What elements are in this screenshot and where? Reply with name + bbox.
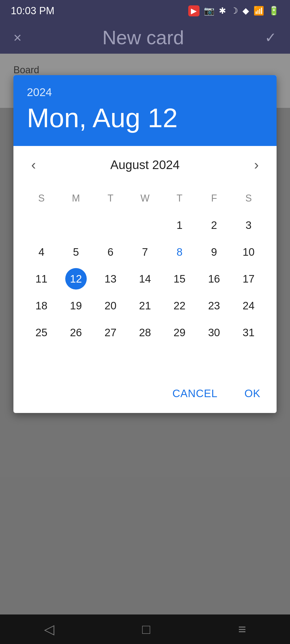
day-15[interactable]: 15 <box>169 268 190 290</box>
app-header: × New card ✓ <box>0 21 290 54</box>
day-8[interactable]: 8 <box>169 241 190 263</box>
signal-icon: ◆ <box>242 6 249 16</box>
day-2[interactable]: 2 <box>203 214 225 236</box>
day-4[interactable]: 4 <box>31 241 52 263</box>
day-27[interactable]: 27 <box>100 322 121 343</box>
day-19[interactable]: 19 <box>65 295 87 316</box>
day-16[interactable]: 16 <box>203 268 225 290</box>
day-13[interactable]: 13 <box>100 268 121 290</box>
day-21[interactable]: 21 <box>134 295 156 316</box>
dp-header: 2024 Mon, Aug 12 <box>13 75 277 146</box>
day-26[interactable]: 26 <box>65 322 87 343</box>
dp-actions: CANCEL OK <box>13 379 277 413</box>
day-6[interactable]: 6 <box>100 241 121 263</box>
prev-month-button[interactable]: ‹ <box>24 154 43 175</box>
day-header-mon: M <box>59 186 93 210</box>
day-28[interactable]: 28 <box>134 322 156 343</box>
moon-icon: ☽ <box>230 6 238 16</box>
camera-icon: 📷 <box>204 6 215 16</box>
day-29[interactable]: 29 <box>169 322 190 343</box>
day-23[interactable]: 23 <box>203 295 225 316</box>
dp-year: 2024 <box>27 86 263 99</box>
week-5: 25 26 27 28 29 30 31 <box>24 320 266 345</box>
week-2: 4 5 6 7 8 9 10 <box>24 240 266 264</box>
day-header-sun: S <box>24 186 59 210</box>
status-bar: 10:03 PM ▶ 📷 ✱ ☽ ◆ 📶 🔋 <box>0 0 290 21</box>
wifi-icon: 📶 <box>253 6 264 16</box>
day-7[interactable]: 7 <box>134 241 156 263</box>
day-10[interactable]: 10 <box>238 241 259 263</box>
date-picker-dialog: 2024 Mon, Aug 12 ‹ August 2024 › S M T <box>13 75 277 413</box>
day-1[interactable]: 1 <box>169 214 190 236</box>
battery-icon: 🔋 <box>269 6 279 16</box>
dp-date: Mon, Aug 12 <box>27 103 263 133</box>
bluetooth-icon: ✱ <box>219 6 226 16</box>
close-icon[interactable]: × <box>13 30 21 46</box>
week-1: 1 2 3 <box>24 213 266 237</box>
month-title: August 2024 <box>110 158 180 172</box>
day-22[interactable]: 22 <box>169 295 190 316</box>
week-3: 11 12 13 14 15 16 17 <box>24 267 266 291</box>
day-20[interactable]: 20 <box>100 295 121 316</box>
day-30[interactable]: 30 <box>203 322 225 343</box>
ok-button[interactable]: OK <box>239 385 266 402</box>
cancel-button[interactable]: CANCEL <box>167 385 223 402</box>
status-icons: ▶ 📷 ✱ ☽ ◆ 📶 🔋 <box>188 5 279 16</box>
day-18[interactable]: 18 <box>31 295 52 316</box>
day-14[interactable]: 14 <box>134 268 156 290</box>
day-header-sat: S <box>231 186 266 210</box>
day-11[interactable]: 11 <box>31 268 52 290</box>
week-4: 18 19 20 21 22 23 24 <box>24 294 266 318</box>
day-31[interactable]: 31 <box>238 322 259 343</box>
calendar-grid: S M T W T F S <box>24 186 266 371</box>
day-header-wed: W <box>128 186 162 210</box>
next-month-button[interactable]: › <box>247 154 266 175</box>
day-3[interactable]: 3 <box>238 214 259 236</box>
day-header-fri: F <box>197 186 231 210</box>
rec-icon: ▶ <box>188 5 200 16</box>
day-12[interactable]: 12 <box>65 268 87 290</box>
page-title: New card <box>102 27 184 49</box>
day-25[interactable]: 25 <box>31 322 52 343</box>
confirm-icon[interactable]: ✓ <box>265 30 277 46</box>
dp-calendar: ‹ August 2024 › S M T W T <box>13 146 277 379</box>
status-time: 10:03 PM <box>11 5 55 17</box>
day-header-tue: T <box>93 186 128 210</box>
day-9[interactable]: 9 <box>203 241 225 263</box>
day-17[interactable]: 17 <box>238 268 259 290</box>
day-header-thu: T <box>162 186 197 210</box>
day-headers-row: S M T W T F S <box>24 186 266 210</box>
week-6 <box>24 347 266 371</box>
day-5[interactable]: 5 <box>65 241 87 263</box>
month-nav: ‹ August 2024 › <box>24 154 266 175</box>
rec-text: ▶ <box>191 6 197 15</box>
day-24[interactable]: 24 <box>238 295 259 316</box>
